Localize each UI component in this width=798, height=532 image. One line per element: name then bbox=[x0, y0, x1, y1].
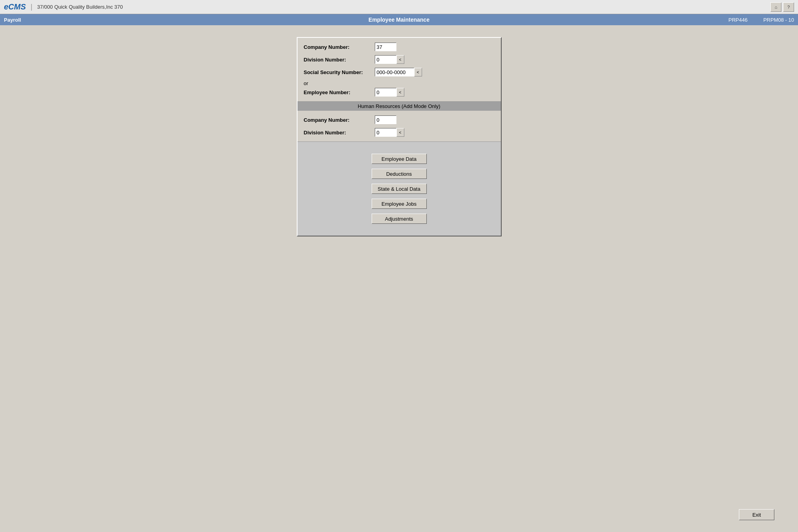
employee-data-button[interactable]: Employee Data bbox=[372, 154, 427, 164]
buttons-section: Employee Data Deductions State & Local D… bbox=[298, 142, 501, 236]
company-number-input[interactable] bbox=[375, 43, 396, 51]
ssn-label: Social Security Number: bbox=[304, 69, 375, 75]
division-number-input[interactable] bbox=[375, 55, 396, 64]
title-bar-divider: | bbox=[31, 3, 33, 11]
hr-company-number-row: Company Number: bbox=[304, 115, 495, 124]
form-panel: Company Number: Division Number: < Socia… bbox=[297, 37, 502, 236]
menu-bar: Payroll Employee Maintenance PRP446 PRPM… bbox=[0, 14, 798, 25]
hr-division-number-group: < bbox=[375, 128, 404, 137]
hr-division-number-input[interactable] bbox=[375, 128, 396, 137]
title-bar: eCMS | 37/000 Quick Quality Builders,Inc… bbox=[0, 0, 798, 14]
ecms-logo: eCMS bbox=[4, 2, 26, 11]
module-label: Payroll bbox=[4, 17, 21, 23]
employee-lookup-button[interactable]: < bbox=[396, 88, 404, 97]
adjustments-button[interactable]: Adjustments bbox=[372, 214, 427, 224]
state-local-data-button[interactable]: State & Local Data bbox=[372, 184, 427, 194]
help-button[interactable]: ? bbox=[783, 2, 794, 12]
division-number-group: < bbox=[375, 55, 404, 64]
employee-number-group: < bbox=[375, 88, 404, 97]
program-code: PRP446 bbox=[729, 17, 748, 23]
hr-company-number-label: Company Number: bbox=[304, 117, 375, 123]
hr-section-header: Human Resources (Add Mode Only) bbox=[298, 102, 501, 111]
ssn-group: < bbox=[375, 68, 422, 76]
title-bar-left: eCMS | 37/000 Quick Quality Builders,Inc… bbox=[4, 2, 123, 11]
company-number-row: Company Number: bbox=[304, 43, 495, 51]
ssn-input[interactable] bbox=[375, 68, 414, 76]
ssn-lookup-button[interactable]: < bbox=[414, 68, 422, 76]
hr-company-number-input[interactable] bbox=[375, 115, 396, 124]
division-number-row: Division Number: < bbox=[304, 55, 495, 64]
hr-division-number-row: Division Number: < bbox=[304, 128, 495, 137]
menu-bar-right: PRP446 PRPM08 - 10 bbox=[729, 17, 794, 23]
division-lookup-button[interactable]: < bbox=[396, 55, 404, 64]
or-text: or bbox=[304, 80, 495, 86]
hr-division-number-label: Division Number: bbox=[304, 130, 375, 136]
employee-jobs-button[interactable]: Employee Jobs bbox=[372, 199, 427, 209]
program-version: PRPM08 - 10 bbox=[763, 17, 794, 23]
home-button[interactable]: ⌂ bbox=[770, 2, 781, 12]
title-bar-right: ⌂ ? bbox=[770, 2, 794, 12]
main-content: Company Number: Division Number: < Socia… bbox=[0, 25, 798, 532]
hr-form-section: Company Number: Division Number: < bbox=[298, 111, 501, 142]
employee-number-label: Employee Number: bbox=[304, 89, 375, 95]
exit-button[interactable]: Exit bbox=[739, 509, 774, 520]
deductions-button[interactable]: Deductions bbox=[372, 169, 427, 179]
page-title: Employee Maintenance bbox=[368, 17, 430, 23]
division-number-label: Division Number: bbox=[304, 57, 375, 63]
employee-number-row: Employee Number: < bbox=[304, 88, 495, 97]
title-bar-info: 37/000 Quick Quality Builders,Inc 370 bbox=[37, 4, 123, 10]
ssn-row: Social Security Number: < bbox=[304, 68, 495, 76]
company-number-label: Company Number: bbox=[304, 44, 375, 50]
hr-division-lookup-button[interactable]: < bbox=[396, 128, 404, 137]
exit-section: Exit bbox=[739, 509, 774, 520]
employee-number-input[interactable] bbox=[375, 88, 396, 97]
form-upper: Company Number: Division Number: < Socia… bbox=[298, 38, 501, 102]
